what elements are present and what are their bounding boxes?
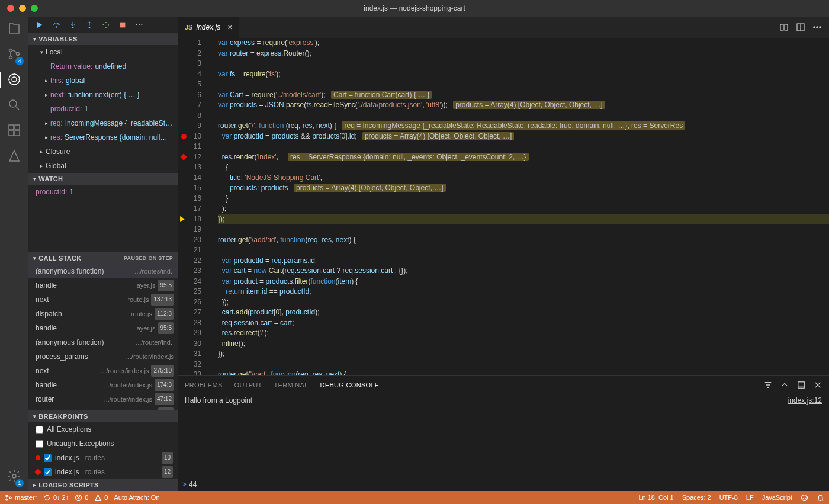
bp-check[interactable] [44,454,52,462]
branch-status[interactable]: master* [5,494,37,502]
errors-status[interactable]: 0 [75,494,88,502]
step-out-icon[interactable] [85,21,94,29]
stack-frame[interactable]: (anonymous function).../router/ind.. [28,335,178,349]
feedback-icon[interactable] [801,494,808,502]
close-tab-icon[interactable]: × [227,23,232,32]
console-source-link[interactable]: index.js:12 [788,396,822,474]
stack-frame[interactable]: router.../router/index.js47:12 [28,392,178,406]
code-editor[interactable]: 1234567891011121314151617181920212223242… [178,38,829,375]
indent-status[interactable]: Spaces: 2 [682,494,711,501]
stack-frame[interactable]: nextroute.js137:13 [28,293,178,307]
tab-debug-console[interactable]: DEBUG CONSOLE [320,381,380,389]
panel-tabs: PROBLEMS OUTPUT TERMINAL DEBUG CONSOLE [178,376,829,394]
encoding-status[interactable]: UTF-8 [719,494,738,501]
bp-all-exceptions[interactable]: All Exceptions [28,422,178,436]
collapse-icon[interactable] [780,381,789,389]
bp-check[interactable] [36,440,43,448]
debug-repl-input[interactable]: > 44 [178,477,829,491]
stack-frame[interactable]: handlelayer.js95:5 [28,321,178,335]
settings-badge: 1 [15,479,24,487]
maximize-window-button[interactable] [31,5,38,12]
tab-indexjs[interactable]: JS index.js × [178,17,240,38]
svg-point-11 [56,26,57,28]
compare-icon[interactable] [779,23,789,32]
variables-scope-local[interactable]: ▾Local [28,45,178,59]
restart-icon[interactable] [102,21,110,29]
continue-icon[interactable] [36,21,44,29]
filter-icon[interactable] [764,381,772,389]
tab-output[interactable]: OUTPUT [234,381,262,389]
callstack-status: PAUSED ON STEP [124,255,173,261]
svg-point-25 [6,495,8,496]
close-window-button[interactable] [7,5,14,12]
stack-frame[interactable]: process_params.../router/index.js [28,349,178,364]
variables-label: VARIABLES [38,36,77,43]
source-control-icon[interactable]: 4 [7,47,21,63]
step-into-icon[interactable] [69,21,77,29]
warnings-status[interactable]: 0 [94,494,108,502]
stack-frame[interactable]: handlelayer.js95:5 [28,406,178,410]
variables-header[interactable]: ▾VARIABLES [28,33,178,45]
variable-row[interactable]: ▸res: ServerResponse {domain: null… [28,130,178,145]
svg-point-15 [136,24,137,25]
bp-check[interactable] [36,426,43,434]
settings-gear-icon[interactable]: 1 [7,469,21,485]
svg-rect-14 [120,23,126,28]
minimize-window-button[interactable] [19,5,26,12]
gutter[interactable]: 1234567891011121314151617181920212223242… [178,38,213,375]
svg-rect-6 [9,125,14,130]
svg-rect-24 [798,382,805,389]
bell-icon[interactable] [817,494,824,502]
watch-header[interactable]: ▾WATCH [28,173,178,185]
activity-bar: 4 1 [0,17,28,491]
callstack-header[interactable]: ▾CALL STACKPAUSED ON STEP [28,252,178,264]
svg-point-12 [72,27,74,28]
cursor-position[interactable]: Ln 18, Col 1 [638,494,673,501]
svg-point-3 [9,74,20,85]
breakpoints-label: BREAKPOINTS [38,413,88,420]
logpoint-diamond-icon [34,468,41,475]
close-panel-icon[interactable] [814,381,822,389]
extensions-icon[interactable] [7,123,21,139]
variables-scope-global[interactable]: ▸Global [28,159,178,173]
azure-icon[interactable] [7,149,21,165]
auto-attach-status[interactable]: Auto Attach: On [114,494,159,501]
language-status[interactable]: JavaScript [762,494,792,501]
variable-row[interactable]: ▸req: IncomingMessage {_readableSt… [28,116,178,130]
stop-icon[interactable] [118,21,127,29]
breakpoints-header[interactable]: ▾BREAKPOINTS [28,410,178,422]
loaded-scripts-header[interactable]: ▸LOADED SCRIPTS [28,479,178,491]
step-over-icon[interactable] [52,21,60,29]
variable-row[interactable]: ▸next: function next(err) { … } [28,88,178,102]
stack-frame[interactable]: (anonymous function).../routes/ind.. [28,264,178,278]
more-icon[interactable] [812,23,822,32]
variable-row[interactable]: ▸this: global [28,73,178,88]
code-area[interactable]: var express = require('express');var rou… [213,38,829,375]
variable-row[interactable]: ▸productId: 1 [28,102,178,116]
svg-point-16 [139,24,140,25]
bp-item[interactable]: index.jsroutes12 [28,465,178,479]
status-bar: master* 0↓ 2↑ 0 0 Auto Attach: On Ln 18,… [0,491,829,504]
stack-frame[interactable]: handlelayer.js95:5 [28,278,178,293]
bp-item[interactable]: index.jsroutes10 [28,451,178,465]
eol-status[interactable]: LF [746,494,754,501]
explorer-icon[interactable] [7,21,21,37]
maximize-panel-icon[interactable] [797,381,805,389]
debug-icon[interactable] [7,72,21,88]
tab-terminal[interactable]: TERMINAL [274,381,309,389]
tab-problems[interactable]: PROBLEMS [185,381,223,389]
watch-item[interactable]: productId:1 [28,185,178,199]
sync-status[interactable]: 0↓ 2↑ [43,494,69,502]
bp-uncaught-exceptions[interactable]: Uncaught Exceptions [28,436,178,451]
stack-frame[interactable]: dispatchroute.js112:3 [28,307,178,321]
bp-check[interactable] [44,468,52,476]
variables-scope-closure[interactable]: ▸Closure [28,145,178,159]
split-editor-icon[interactable] [796,23,805,32]
stack-frame[interactable]: next.../router/index.js275:10 [28,364,178,378]
variable-row[interactable]: ▸Return value: undefined [28,59,178,73]
more-icon[interactable] [135,21,143,29]
search-icon[interactable] [7,98,21,114]
loaded-label: LOADED SCRIPTS [38,481,98,489]
breakpoint-dot-icon [36,455,40,460]
stack-frame[interactable]: handle.../router/index.js174:3 [28,378,178,392]
